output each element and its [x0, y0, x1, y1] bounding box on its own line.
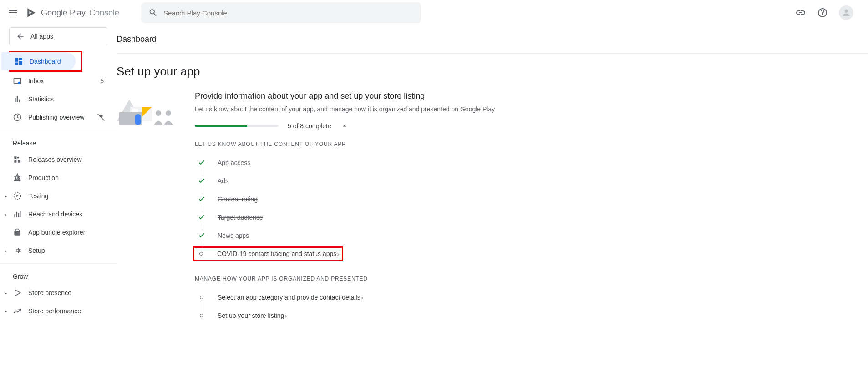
task-item[interactable]: COVID-19 contact tracing and status apps… [195, 245, 868, 263]
progress-track [195, 125, 279, 127]
logo-text-secondary: Console [89, 8, 119, 18]
releases-overview-icon [13, 155, 22, 164]
expand-icon: ▸ [5, 194, 9, 199]
link-icon[interactable] [795, 7, 806, 18]
section-heading: Set up your app [117, 65, 868, 79]
check-icon [195, 231, 208, 241]
page-title-bar: Dashboard [117, 25, 868, 54]
gear-icon [13, 246, 22, 255]
task-label: News apps [218, 232, 249, 239]
task-item[interactable]: Set up your store listing› [195, 306, 868, 325]
sidebar-item-inbox[interactable]: Inbox 5 [0, 72, 117, 90]
check-icon [195, 194, 208, 204]
sidebar-item-label: App bundle explorer [28, 229, 85, 236]
divider [0, 130, 117, 130]
setup-title: Provide information about your app and s… [195, 91, 868, 101]
svg-point-11 [166, 110, 171, 116]
circle-marker-icon [195, 313, 208, 318]
arrow-left-icon [16, 32, 25, 41]
sidebar-item-reach-and-devices[interactable]: ▸ Reach and devices [0, 205, 117, 223]
search-bar[interactable] [141, 2, 421, 23]
setup-illustration [117, 94, 178, 127]
task-list-1: App accessAdsContent ratingTarget audien… [195, 154, 868, 263]
hamburger-menu-icon[interactable] [7, 7, 18, 18]
sidebar-item-testing[interactable]: ▸ Testing [0, 187, 117, 205]
svg-rect-9 [135, 114, 141, 125]
task-label[interactable]: COVID-19 contact tracing and status apps [217, 250, 336, 257]
svg-point-10 [156, 110, 161, 116]
sidebar-item-label: Dashboard [30, 58, 61, 65]
person-icon [841, 8, 851, 18]
sidebar-item-production[interactable]: Production [0, 169, 117, 187]
store-presence-icon [13, 288, 22, 297]
task-list-2: Select an app category and provide conta… [195, 288, 868, 325]
setup-description: Let us know about the content of your ap… [195, 105, 868, 113]
sidebar-item-label: Reach and devices [28, 211, 82, 218]
task-label: Content rating [218, 196, 258, 203]
page-title: Dashboard [117, 35, 868, 44]
publishing-off-icon [96, 113, 106, 122]
search-input[interactable] [163, 9, 414, 17]
sidebar-item-app-bundle-explorer[interactable]: App bundle explorer [0, 223, 117, 241]
sidebar-item-dashboard[interactable]: Dashboard [1, 52, 76, 70]
account-avatar[interactable] [839, 5, 853, 20]
svg-point-0 [844, 10, 848, 13]
all-apps-button[interactable]: All apps [9, 27, 107, 45]
divider [0, 263, 117, 264]
sidebar-section-release: Release [0, 134, 117, 150]
subsection-title-1: LET US KNOW ABOUT THE CONTENT OF YOUR AP… [195, 141, 868, 147]
logo[interactable]: Google Play Console [25, 7, 119, 19]
expand-icon: ▸ [5, 248, 9, 253]
task-label: App access [218, 159, 250, 166]
sidebar-item-label: Store presence [28, 289, 71, 296]
app-bundle-icon [13, 228, 22, 237]
circle-marker-icon [194, 251, 208, 256]
help-icon[interactable] [817, 7, 828, 18]
sidebar-item-publishing-overview[interactable]: Publishing overview [0, 108, 117, 126]
sidebar-item-label: Store performance [28, 307, 81, 315]
check-icon [195, 212, 208, 222]
progress-row: 5 of 8 complete [195, 122, 868, 130]
sidebar-item-store-presence[interactable]: ▸ Store presence [0, 284, 117, 302]
chevron-right-icon: › [285, 313, 287, 319]
sidebar-item-label: Setup [28, 247, 45, 254]
task-label[interactable]: Select an app category and provide conta… [218, 294, 360, 301]
highlighted-task: COVID-19 contact tracing and status apps… [193, 246, 343, 261]
testing-icon [13, 191, 22, 201]
subsection-title-2: MANAGE HOW YOUR APP IS ORGANIZED AND PRE… [195, 276, 868, 282]
inbox-badge: 5 [100, 77, 104, 85]
store-performance-icon [13, 306, 22, 316]
chevron-right-icon: › [361, 295, 363, 301]
chevron-right-icon: › [337, 251, 339, 257]
bar-chart-icon [13, 95, 22, 104]
task-item: Content rating [195, 190, 868, 208]
header-actions [795, 5, 853, 20]
all-apps-label: All apps [30, 33, 53, 40]
inbox-icon [13, 76, 22, 85]
progress-text: 5 of 8 complete [288, 122, 331, 130]
sidebar-item-label: Publishing overview [28, 114, 85, 121]
main-content: Dashboard Set up your app Pr [117, 25, 868, 343]
sidebar-item-releases-overview[interactable]: Releases overview [0, 150, 117, 169]
sidebar-section-grow: Grow [0, 267, 117, 284]
task-item: Target audience [195, 208, 868, 226]
task-label[interactable]: Set up your store listing [218, 312, 284, 319]
sidebar-item-label: Inbox [28, 77, 44, 85]
sidebar-item-label: Production [28, 174, 59, 181]
sidebar-item-label: Statistics [28, 95, 54, 103]
sidebar-item-setup[interactable]: ▸ Setup [0, 241, 117, 260]
sidebar-item-label: Testing [28, 192, 48, 200]
play-console-logo-icon [25, 7, 37, 19]
sidebar-item-label: Releases overview [28, 156, 82, 163]
publishing-overview-icon [13, 113, 22, 122]
search-icon [148, 8, 158, 18]
progress-fill [195, 125, 247, 127]
task-label: Ads [218, 177, 228, 185]
task-item[interactable]: Select an app category and provide conta… [195, 288, 868, 306]
sidebar-item-store-performance[interactable]: ▸ Store performance [0, 302, 117, 320]
header: Google Play Console [0, 0, 868, 25]
expand-icon: ▸ [5, 291, 9, 296]
sidebar-item-statistics[interactable]: Statistics [0, 90, 117, 108]
task-item: App access [195, 154, 868, 172]
chevron-up-icon[interactable] [340, 122, 349, 130]
